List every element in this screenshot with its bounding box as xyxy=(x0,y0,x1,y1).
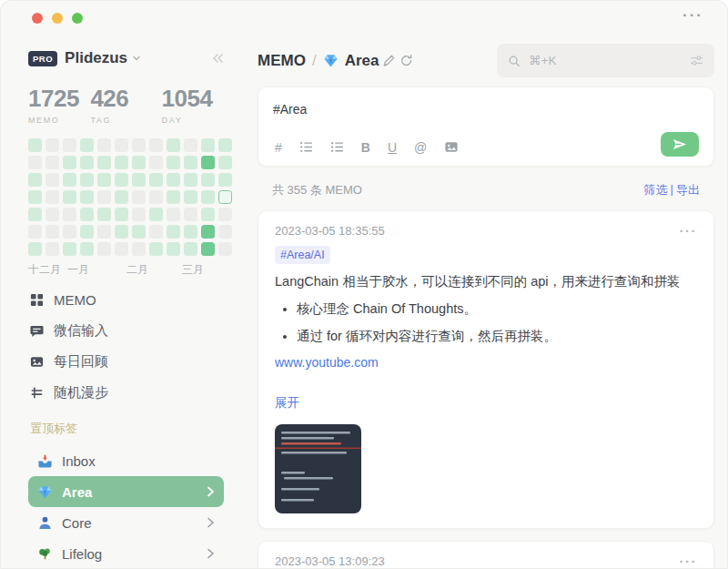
heatmap-cell[interactable] xyxy=(28,173,42,187)
numbered-list-icon[interactable] xyxy=(330,140,344,154)
heatmap-cell[interactable] xyxy=(218,208,232,221)
heatmap-cell[interactable] xyxy=(218,138,232,152)
heatmap-cell[interactable] xyxy=(80,156,94,169)
heatmap-cell[interactable] xyxy=(63,173,76,187)
heatmap-cell[interactable] xyxy=(167,173,180,187)
heatmap-cell[interactable] xyxy=(80,190,94,204)
hash-tag-icon[interactable]: # xyxy=(275,141,282,154)
window-menu-button[interactable]: ··· xyxy=(682,6,703,25)
more-menu-icon[interactable]: ··· xyxy=(680,227,698,235)
heatmap-cell[interactable] xyxy=(115,138,128,152)
heatmap-cell[interactable] xyxy=(149,242,163,256)
image-icon[interactable] xyxy=(444,140,459,154)
export-link[interactable]: 导出 xyxy=(676,182,700,198)
heatmap-cell[interactable] xyxy=(80,208,94,221)
zoom-window-button[interactable] xyxy=(72,13,83,24)
heatmap-cell[interactable] xyxy=(167,208,180,221)
memo-editor[interactable]: #Area # B U @ xyxy=(258,86,714,167)
heatmap-cell[interactable] xyxy=(63,156,76,169)
heatmap-cell[interactable] xyxy=(97,173,111,187)
heatmap-cell[interactable] xyxy=(201,190,215,204)
tag-item-area[interactable]: Area xyxy=(28,476,224,507)
heatmap-cell[interactable] xyxy=(132,156,146,169)
heatmap-cell[interactable] xyxy=(184,173,197,187)
heatmap-cell[interactable] xyxy=(149,208,163,221)
mention-icon[interactable]: @ xyxy=(414,141,427,154)
heatmap-cell[interactable] xyxy=(218,173,232,187)
heatmap-cell[interactable] xyxy=(28,138,42,152)
expand-link[interactable]: 展开 xyxy=(275,395,299,412)
heatmap-cell[interactable] xyxy=(115,242,128,256)
heatmap-cell[interactable] xyxy=(201,138,215,152)
heatmap-cell[interactable] xyxy=(28,225,42,239)
chevron-right-icon[interactable] xyxy=(207,548,215,559)
heatmap-cell[interactable] xyxy=(149,138,163,152)
heatmap-cell[interactable] xyxy=(132,208,146,221)
search-box[interactable] xyxy=(497,44,714,77)
heatmap-cell[interactable] xyxy=(167,190,180,204)
heatmap-cell[interactable] xyxy=(46,208,59,221)
heatmap-cell[interactable] xyxy=(167,225,180,239)
heatmap-cell[interactable] xyxy=(201,208,215,221)
tag-item-core[interactable]: Core xyxy=(28,507,224,538)
heatmap-cell[interactable] xyxy=(28,208,42,221)
heatmap-cell[interactable] xyxy=(184,190,197,204)
heatmap-cell[interactable] xyxy=(201,156,215,169)
sidebar-item-memo[interactable]: MEMO xyxy=(28,284,224,315)
edit-icon[interactable] xyxy=(382,54,396,67)
heatmap-cell[interactable] xyxy=(132,173,146,187)
tag-item-lifelog[interactable]: Lifelog xyxy=(28,538,224,569)
heatmap-cell[interactable] xyxy=(46,156,59,169)
heatmap-cell[interactable] xyxy=(167,156,180,169)
heatmap-cell[interactable] xyxy=(97,225,111,239)
search-input[interactable] xyxy=(527,53,683,68)
heatmap-cell[interactable] xyxy=(218,242,232,256)
heatmap-cell[interactable] xyxy=(149,156,163,169)
heatmap-cell[interactable] xyxy=(28,190,42,204)
memo-link[interactable]: www.youtube.com xyxy=(275,355,379,370)
heatmap-cell[interactable] xyxy=(115,173,128,187)
heatmap-cell[interactable] xyxy=(80,242,94,256)
heatmap-cell[interactable] xyxy=(115,208,128,221)
heatmap-cell[interactable] xyxy=(80,173,94,187)
chevron-down-icon[interactable] xyxy=(132,54,141,63)
heatmap-cell[interactable] xyxy=(63,225,76,239)
heatmap-cell[interactable] xyxy=(132,138,146,152)
heatmap-cell[interactable] xyxy=(184,138,197,152)
heatmap-cell[interactable] xyxy=(80,225,94,239)
heatmap-cell[interactable] xyxy=(97,138,111,152)
heatmap-cell[interactable] xyxy=(184,242,197,256)
memo-attachment-thumbnail[interactable] xyxy=(275,424,361,513)
chevron-right-icon[interactable] xyxy=(207,517,215,528)
tag-item-inbox[interactable]: Inbox xyxy=(28,445,224,476)
workspace-title[interactable]: Plidezus xyxy=(65,49,127,67)
heatmap-cell[interactable] xyxy=(115,225,128,239)
chevron-right-icon[interactable] xyxy=(207,486,215,497)
sidebar-item-wechat-input[interactable]: 微信输入 xyxy=(28,315,224,346)
heatmap-cell[interactable] xyxy=(46,190,59,204)
heatmap-cell[interactable] xyxy=(46,173,59,187)
heatmap-cell[interactable] xyxy=(149,173,163,187)
heatmap-cell[interactable] xyxy=(63,242,76,256)
heatmap-cell[interactable] xyxy=(184,208,197,221)
heatmap-cell[interactable] xyxy=(201,242,215,256)
heatmap-cell[interactable] xyxy=(46,242,59,256)
stat-day[interactable]: 1054 DAY xyxy=(162,85,224,125)
heatmap-cell[interactable] xyxy=(218,225,232,239)
collapse-sidebar-icon[interactable] xyxy=(211,53,224,64)
bullet-list-icon[interactable] xyxy=(299,140,313,154)
heatmap-cell[interactable] xyxy=(201,225,215,239)
heatmap-cell[interactable] xyxy=(80,138,94,152)
stat-tag[interactable]: 426 TAG xyxy=(90,85,161,125)
heatmap-cell[interactable] xyxy=(46,225,59,239)
heatmap-cell[interactable] xyxy=(97,242,111,256)
heatmap-cell[interactable] xyxy=(115,190,128,204)
memo-tag[interactable]: #Area/AI xyxy=(275,246,330,264)
heatmap-cell[interactable] xyxy=(46,138,59,152)
heatmap-cell[interactable] xyxy=(149,190,163,204)
heatmap-cell[interactable] xyxy=(184,156,197,169)
heatmap-cell[interactable] xyxy=(167,242,180,256)
heatmap-cell[interactable] xyxy=(97,190,111,204)
send-button[interactable] xyxy=(661,132,699,157)
heatmap-cell[interactable] xyxy=(201,173,215,187)
